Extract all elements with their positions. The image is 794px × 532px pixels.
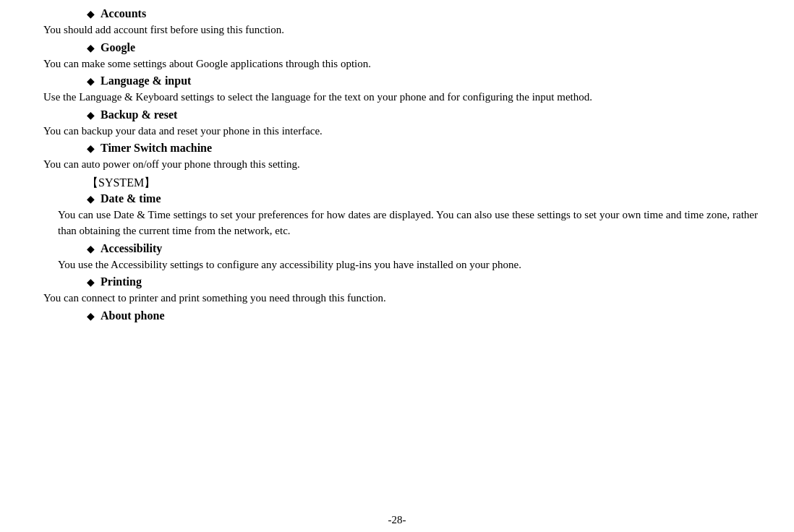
body-language: Use the Language & Keyboard settings to … — [29, 89, 765, 106]
heading-google: ◆ Google — [29, 41, 765, 54]
diamond-icon-timer: ◆ — [87, 142, 95, 155]
heading-printing: ◆ Printing — [29, 275, 765, 288]
heading-date: ◆ Date & time — [29, 192, 765, 205]
heading-text-about: About phone — [101, 309, 164, 322]
section-language: ◆ Language & input Use the Language & Ke… — [29, 74, 765, 106]
heading-text-backup: Backup & reset — [101, 108, 177, 121]
heading-text-accounts: Accounts — [101, 7, 146, 20]
section-google: ◆ Google You can make some settings abou… — [29, 41, 765, 72]
body-date: You can use Date & Time settings to set … — [29, 207, 765, 239]
heading-about: ◆ About phone — [29, 309, 765, 322]
section-accounts: ◆ Accounts You should add account first … — [29, 7, 765, 38]
body-accessibility: You use the Accessibility settings to co… — [29, 257, 765, 273]
heading-text-date: Date & time — [101, 192, 161, 205]
body-accounts: You should add account first before usin… — [29, 22, 765, 38]
heading-timer: ◆ Timer Switch machine — [29, 142, 765, 155]
system-label: 【SYSTEM】 — [29, 176, 765, 191]
section-about: ◆ About phone — [29, 309, 765, 322]
page-number: -28- — [388, 514, 406, 526]
diamond-icon-backup: ◆ — [87, 109, 95, 121]
heading-text-printing: Printing — [101, 275, 142, 288]
diamond-icon-language: ◆ — [87, 75, 95, 87]
heading-text-accessibility: Accessibility — [101, 242, 162, 255]
heading-accessibility: ◆ Accessibility — [29, 242, 765, 255]
body-backup: You can backup your data and reset your … — [29, 123, 765, 140]
diamond-icon-google: ◆ — [87, 42, 95, 54]
body-google: You can make some settings about Google … — [29, 56, 765, 72]
heading-text-language: Language & input — [101, 74, 191, 87]
section-backup: ◆ Backup & reset You can backup your dat… — [29, 108, 765, 140]
heading-accounts: ◆ Accounts — [29, 7, 765, 20]
diamond-icon-about: ◆ — [87, 310, 95, 322]
heading-language: ◆ Language & input — [29, 74, 765, 87]
section-printing: ◆ Printing You can connect to printer an… — [29, 275, 765, 306]
heading-text-google: Google — [101, 41, 135, 54]
body-timer: You can auto power on/off your phone thr… — [29, 156, 765, 173]
diamond-icon-date: ◆ — [87, 193, 95, 205]
heading-backup: ◆ Backup & reset — [29, 108, 765, 121]
diamond-icon-accessibility: ◆ — [87, 243, 95, 255]
section-accessibility: ◆ Accessibility You use the Accessibilit… — [29, 242, 765, 273]
section-timer: ◆ Timer Switch machine You can auto powe… — [29, 142, 765, 173]
body-printing: You can connect to printer and print som… — [29, 290, 765, 306]
section-date: ◆ Date & time You can use Date & Time se… — [29, 192, 765, 239]
diamond-icon-accounts: ◆ — [87, 8, 95, 20]
page-content: ◆ Accounts You should add account first … — [0, 0, 794, 532]
heading-text-timer: Timer Switch machine — [101, 142, 212, 155]
diamond-icon-printing: ◆ — [87, 276, 95, 288]
